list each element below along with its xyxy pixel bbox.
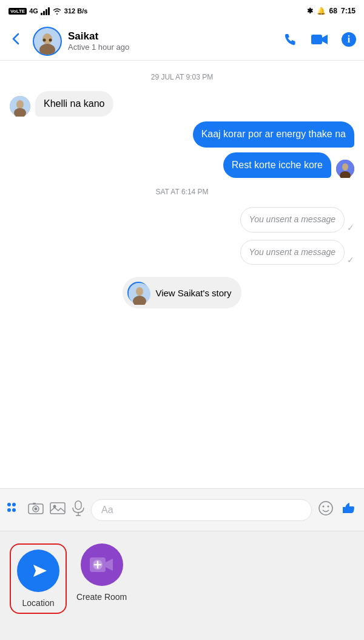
svg-point-12 (342, 163, 348, 171)
svg-rect-25 (50, 503, 65, 514)
video-call-button[interactable] (311, 33, 329, 49)
image-button[interactable] (50, 502, 66, 519)
story-text: View Saikat's story (155, 288, 231, 298)
location-label: Location (22, 598, 55, 608)
svg-point-20 (12, 508, 16, 512)
svg-point-17 (7, 503, 11, 506)
create-room-label: Create Room (76, 592, 127, 602)
create-room-tray-item[interactable]: Create Room (76, 543, 127, 602)
svg-point-19 (7, 508, 11, 512)
svg-point-18 (12, 503, 16, 506)
signal-4g: 4G (29, 7, 38, 15)
unsent-bubble: You unsent a message (240, 240, 345, 265)
text-input[interactable]: Aa (91, 499, 312, 521)
sender-avatar (10, 96, 30, 117)
message-row: Rest korte icche kore (10, 152, 354, 178)
unsent-message-row: You unsent a message ✓ (10, 240, 354, 265)
input-bar: Aa (0, 488, 364, 531)
bottom-tray: Location Create Room (0, 531, 364, 640)
check-icon: ✓ (347, 255, 354, 265)
call-button[interactable] (283, 32, 298, 51)
date-label-1: 29 JUL AT 9:03 PM (10, 73, 354, 81)
avatar[interactable] (33, 27, 62, 56)
svg-rect-5 (311, 35, 322, 44)
svg-rect-24 (33, 503, 36, 505)
chat-area: 29 JUL AT 9:03 PM Khelli na kano Kaaj ko… (0, 61, 364, 488)
received-bubble: Khelli na kano (35, 91, 113, 117)
status-right: ✱ 🔔 68 7:15 (307, 7, 356, 15)
like-button[interactable] (340, 499, 358, 521)
message-row: Khelli na kano (10, 91, 354, 117)
mic-button[interactable] (72, 500, 85, 520)
contact-name: Saikat (68, 30, 277, 43)
dots-menu-button[interactable] (6, 502, 22, 519)
story-row[interactable]: View Saikat's story (10, 277, 354, 308)
message-row: Kaaj korar por ar energy thake na (10, 121, 354, 147)
bluetooth-icon: ✱ (307, 7, 313, 15)
volte-badge: VoLTE (8, 8, 27, 15)
status-bar: VoLTE 4G 312 B/s ✱ 🔔 68 7:15 (0, 0, 364, 22)
time-display: 7:15 (341, 7, 356, 15)
battery-level: 68 (329, 7, 337, 15)
status-left: VoLTE 4G 312 B/s (8, 7, 87, 15)
location-tray-item[interactable]: Location (10, 543, 67, 614)
own-avatar (336, 160, 354, 178)
camera-button[interactable] (28, 502, 44, 519)
date-label-2: SAT AT 6:14 PM (10, 188, 354, 196)
unsent-message-row: You unsent a message ✓ (10, 207, 354, 233)
chat-header: Saikat Active 1 hour ago i (0, 22, 364, 61)
sent-bubble: Rest korte icche kore (223, 152, 331, 178)
create-room-icon-circle (81, 543, 123, 586)
svg-point-9 (16, 100, 24, 109)
svg-point-3 (43, 38, 46, 41)
wifi-icon (52, 7, 62, 15)
svg-point-30 (319, 502, 332, 515)
bell-icon: 🔔 (317, 7, 326, 15)
emoji-button[interactable] (318, 500, 334, 520)
sent-bubble: Kaaj korar por ar energy thake na (193, 121, 354, 147)
network-speed: 312 B/s (64, 7, 88, 15)
location-icon-circle (17, 550, 59, 592)
svg-point-4 (49, 38, 52, 41)
view-story-pill[interactable]: View Saikat's story (123, 277, 241, 308)
check-icon: ✓ (347, 223, 354, 233)
header-info: Saikat Active 1 hour ago (68, 30, 277, 52)
svg-rect-27 (75, 501, 81, 509)
svg-point-15 (136, 287, 143, 296)
svg-marker-33 (33, 565, 47, 577)
signal-bars (41, 7, 50, 15)
unsent-bubble: You unsent a message (240, 207, 345, 233)
back-button[interactable] (7, 30, 24, 52)
header-actions: i (283, 32, 357, 51)
svg-text:i: i (348, 34, 351, 44)
info-button[interactable]: i (341, 32, 357, 51)
contact-status: Active 1 hour ago (68, 43, 277, 52)
story-avatar (127, 282, 149, 304)
input-placeholder: Aa (101, 505, 113, 516)
svg-point-23 (35, 507, 38, 510)
svg-point-32 (328, 505, 329, 507)
svg-point-31 (323, 505, 325, 507)
